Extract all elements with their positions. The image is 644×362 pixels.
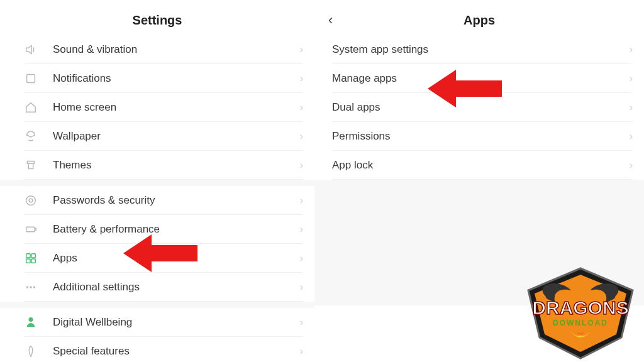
- row-label: Digital Wellbeing: [53, 316, 300, 329]
- row-label: System app settings: [332, 43, 630, 56]
- chevron-right-icon: ›: [630, 160, 633, 171]
- row-passwords-security[interactable]: Passwords & security ›: [24, 186, 303, 215]
- row-label: Sound & vibration: [53, 43, 300, 56]
- chevron-right-icon: ›: [300, 253, 303, 264]
- security-icon: [24, 194, 53, 207]
- group-divider: [0, 180, 327, 186]
- row-label: Battery & performance: [53, 223, 300, 236]
- row-label: Wallpaper: [53, 130, 300, 143]
- battery-icon: [24, 222, 53, 236]
- row-wallpaper[interactable]: Wallpaper ›: [24, 122, 303, 151]
- chevron-right-icon: ›: [630, 131, 633, 142]
- notifications-icon: [24, 72, 53, 85]
- row-label: Passwords & security: [53, 194, 300, 207]
- special-icon: [24, 344, 53, 358]
- svg-rect-0: [27, 74, 35, 82]
- row-special-features[interactable]: Special features ›: [24, 337, 303, 362]
- svg-rect-8: [31, 258, 35, 262]
- chevron-right-icon: ›: [300, 44, 303, 55]
- chevron-right-icon: ›: [300, 346, 303, 357]
- chevron-right-icon: ›: [300, 160, 303, 171]
- row-additional-settings[interactable]: Additional settings ›: [24, 273, 303, 302]
- chevron-right-icon: ›: [300, 195, 303, 206]
- row-apps[interactable]: Apps ›: [24, 244, 303, 273]
- back-button[interactable]: ‹: [328, 13, 333, 27]
- row-label: Special features: [53, 345, 300, 358]
- svg-rect-5: [26, 253, 30, 257]
- sound-icon: [24, 43, 53, 57]
- row-app-lock[interactable]: App lock ›: [332, 151, 633, 180]
- row-permissions[interactable]: Permissions ›: [332, 122, 633, 151]
- row-notifications[interactable]: Notifications ›: [24, 64, 303, 93]
- svg-point-9: [26, 286, 28, 287]
- settings-panel: Settings Sound & vibration › Notificatio…: [0, 0, 314, 362]
- row-label: Home screen: [53, 101, 300, 114]
- chevron-right-icon: ›: [630, 73, 633, 84]
- row-manage-apps[interactable]: Manage apps ›: [332, 64, 633, 93]
- chevron-right-icon: ›: [630, 102, 633, 113]
- svg-text:DOWNLOAD: DOWNLOAD: [553, 319, 608, 327]
- svg-rect-7: [26, 258, 30, 262]
- apps-title: Apps: [464, 13, 495, 28]
- row-home-screen[interactable]: Home screen ›: [24, 93, 303, 122]
- chevron-right-icon: ›: [300, 317, 303, 328]
- row-label: Notifications: [53, 72, 300, 85]
- svg-point-1: [26, 195, 36, 205]
- chevron-right-icon: ›: [300, 73, 303, 84]
- row-dual-apps[interactable]: Dual apps ›: [332, 93, 633, 122]
- group-divider: [0, 302, 327, 308]
- settings-header: Settings: [0, 5, 314, 35]
- wellbeing-icon: [24, 315, 53, 329]
- chevron-right-icon: ›: [300, 224, 303, 235]
- row-label: Additional settings: [53, 281, 300, 293]
- row-battery-performance[interactable]: Battery & performance ›: [24, 215, 303, 244]
- svg-point-11: [33, 286, 35, 287]
- apps-header: ‹ Apps: [314, 5, 644, 35]
- svg-rect-3: [26, 227, 35, 231]
- settings-title: Settings: [133, 13, 182, 28]
- svg-rect-6: [31, 253, 35, 257]
- row-label: App lock: [332, 159, 630, 172]
- svg-rect-4: [35, 228, 36, 231]
- chevron-right-icon: ›: [300, 131, 303, 142]
- chevron-right-icon: ›: [300, 102, 303, 113]
- home-icon: [24, 101, 53, 114]
- row-themes[interactable]: Themes ›: [24, 151, 303, 180]
- apps-icon: [24, 251, 53, 265]
- row-digital-wellbeing[interactable]: Digital Wellbeing ›: [24, 308, 303, 337]
- settings-list: Sound & vibration › Notifications › Home…: [0, 35, 314, 362]
- themes-icon: [24, 158, 53, 172]
- row-label: Themes: [53, 159, 300, 172]
- row-label: Apps: [53, 252, 300, 265]
- svg-point-10: [30, 286, 31, 287]
- svg-point-12: [29, 317, 33, 321]
- row-sound-vibration[interactable]: Sound & vibration ›: [24, 35, 303, 64]
- chevron-right-icon: ›: [300, 282, 303, 293]
- row-label: Dual apps: [332, 101, 630, 114]
- wallpaper-icon: [24, 129, 53, 143]
- row-label: Permissions: [332, 130, 630, 143]
- row-label: Manage apps: [332, 72, 630, 85]
- svg-point-2: [29, 199, 33, 202]
- more-icon: [24, 280, 53, 294]
- watermark-logo: DRAGONS DOWNLOAD: [521, 265, 640, 359]
- chevron-right-icon: ›: [630, 44, 633, 55]
- svg-text:DRAGONS: DRAGONS: [532, 297, 628, 318]
- row-system-app-settings[interactable]: System app settings ›: [332, 35, 633, 64]
